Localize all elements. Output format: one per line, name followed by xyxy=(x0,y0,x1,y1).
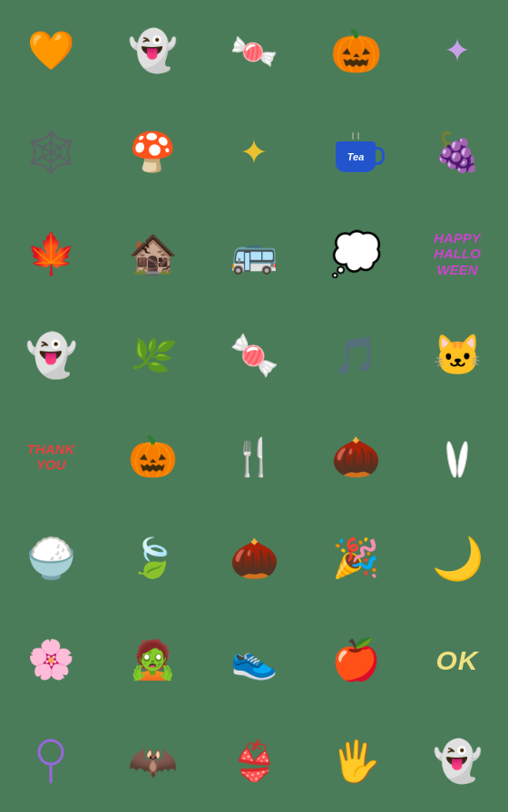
spider-web-emoji: 🕸️ xyxy=(26,132,76,172)
emoji-grid: 🧡 👻 🍬 🎃 ✦ 🕸️ 🍄 ✦ Tea 🍇 🍁 xyxy=(0,0,508,812)
cell-truck: 🚌 xyxy=(203,203,305,304)
cell-cloud: 💭 xyxy=(305,203,406,304)
mummy-emoji: 🧟 xyxy=(129,641,176,679)
cell-branches: 🌿 xyxy=(102,304,203,406)
cell-candy-stick: 🍬 xyxy=(203,0,305,102)
bat-emoji: 🦇 xyxy=(128,741,178,781)
tea-label: Tea xyxy=(347,151,365,162)
cell-mummy: 🧟 xyxy=(102,609,203,710)
fork-spoon-emoji: 🍴 xyxy=(231,439,277,475)
cell-moon: 🌙 xyxy=(406,508,508,609)
chestnut-emoji: 🌰 xyxy=(230,538,279,578)
tea-steam xyxy=(352,132,359,140)
cell-lollipop xyxy=(0,710,102,812)
cell-bikini: 👙 xyxy=(203,710,305,812)
cell-star: ✦ xyxy=(203,102,305,203)
cell-ghost1: 👻 xyxy=(102,0,203,102)
cell-mushroom: 🍄 xyxy=(102,102,203,203)
cloud-emoji: 💭 xyxy=(330,233,382,275)
cell-chestnut: 🌰 xyxy=(203,508,305,609)
ginkgo-emoji: 🍃 xyxy=(129,539,176,577)
cell-hand: 🖐️ xyxy=(305,710,406,812)
star-emoji: ✦ xyxy=(239,135,269,169)
cell-music: 🎵 xyxy=(305,304,406,406)
apple-emoji: 🍎 xyxy=(331,640,381,680)
svg-point-2 xyxy=(39,740,63,764)
cell-confetti: 🎉 xyxy=(305,508,406,609)
cell-ghost3: 👻 xyxy=(406,710,508,812)
thank-you-text: THANKYOU xyxy=(27,441,75,473)
cell-acorn: 🌰 xyxy=(305,406,406,508)
hand-emoji: 🖐️ xyxy=(331,741,381,781)
cell-happy-halloween: HAPPYHALLOWEEN xyxy=(406,203,508,304)
happy-halloween-text: HAPPYHALLOWEEN xyxy=(434,230,481,277)
candy-stick-emoji: 🍬 xyxy=(227,26,282,76)
mushroom-emoji: 🍄 xyxy=(129,133,176,171)
cell-pumpkin: 🎃 xyxy=(305,0,406,102)
cell-ok: OK xyxy=(406,609,508,710)
cell-thank-you: THANKYOU xyxy=(0,406,102,508)
cell-flowers: 🌸 xyxy=(0,609,102,710)
grapes-emoji: 🍇 xyxy=(434,133,481,171)
moon-emoji: 🌙 xyxy=(432,537,484,579)
music-emoji: 🎵 xyxy=(333,337,378,373)
witch-pumpkin-emoji: 🎃 xyxy=(128,437,178,477)
cell-shoes: 👟 xyxy=(203,609,305,710)
ghost2-emoji: 👻 xyxy=(25,334,77,376)
sparkles-emoji: ✦ xyxy=(444,34,471,67)
cell-claws xyxy=(406,406,508,508)
cell-bat: 🦇 xyxy=(102,710,203,812)
black-cat-emoji: 🐱 xyxy=(433,335,483,375)
haunted-house-emoji: 🏚️ xyxy=(128,234,178,274)
svg-point-0 xyxy=(445,441,459,478)
flowers-emoji: 🌸 xyxy=(27,641,74,679)
branches-emoji: 🌿 xyxy=(127,334,177,378)
cell-black-cat: 🐱 xyxy=(406,304,508,406)
svg-point-1 xyxy=(456,441,470,478)
acorn-emoji: 🌰 xyxy=(331,437,381,477)
ok-text: OK xyxy=(436,645,479,675)
pumpkin-emoji: 🎃 xyxy=(330,30,382,72)
leaves-emoji: 🍁 xyxy=(26,234,76,274)
cell-tea: Tea xyxy=(305,102,406,203)
lollipop-icon xyxy=(31,739,71,784)
tea-cup: Tea xyxy=(336,132,376,172)
cell-apple: 🍎 xyxy=(305,609,406,710)
ghost3-emoji: 👻 xyxy=(433,741,483,781)
ghost-emoji: 👻 xyxy=(128,31,178,71)
cell-sparkles: ✦ xyxy=(406,0,508,102)
confetti-emoji: 🎉 xyxy=(332,539,379,577)
cell-candy2: 🍬 xyxy=(203,304,305,406)
cell-fork-spoon: 🍴 xyxy=(203,406,305,508)
cell-web: 🕸️ xyxy=(0,102,102,203)
cell-heart: 🧡 xyxy=(0,0,102,102)
heart-emoji: 🧡 xyxy=(27,32,74,70)
cell-ghost2: 👻 xyxy=(0,304,102,406)
cell-witch-pumpkin: 🎃 xyxy=(102,406,203,508)
shoes-emoji: 👟 xyxy=(230,641,278,679)
tea-cup-body: Tea xyxy=(336,141,376,172)
cell-leaves: 🍁 xyxy=(0,203,102,304)
cell-haunted-house: 🏚️ xyxy=(102,203,203,304)
cell-ginkgo: 🍃 xyxy=(102,508,203,609)
candy2-emoji: 🍬 xyxy=(230,335,279,375)
claws-icon xyxy=(439,434,475,479)
cell-rice-bowl: 🍚 xyxy=(0,508,102,609)
truck-emoji: 🚌 xyxy=(230,235,278,273)
bikini-emoji: 👙 xyxy=(230,742,278,780)
rice-bowl-emoji: 🍚 xyxy=(26,538,76,578)
cell-grapes: 🍇 xyxy=(406,102,508,203)
